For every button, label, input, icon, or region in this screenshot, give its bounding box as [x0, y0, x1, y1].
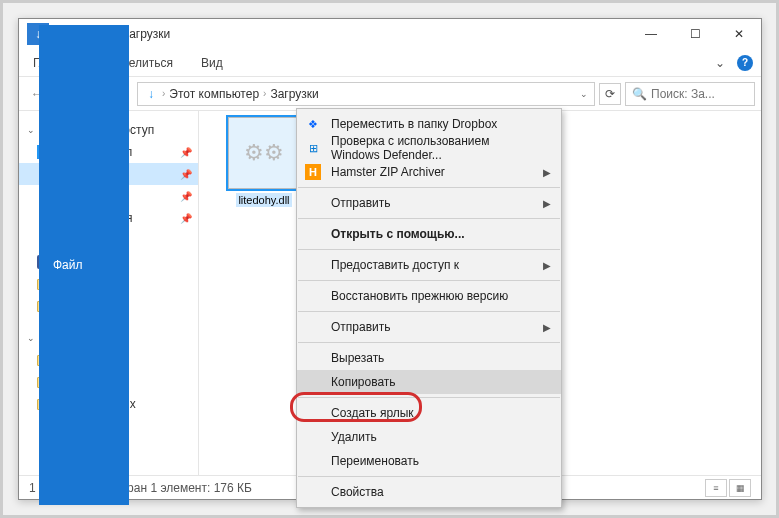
expand-icon: ⌄: [27, 125, 37, 135]
context-item[interactable]: Удалить: [297, 425, 561, 449]
pin-icon: 📌: [180, 191, 192, 202]
context-separator: [298, 311, 560, 312]
context-label: Удалить: [331, 430, 377, 444]
context-item[interactable]: Открыть с помощью...: [297, 222, 561, 246]
pin-icon: 📌: [180, 147, 192, 158]
file-name: litedohy.dll: [236, 193, 291, 207]
ribbon-expand-icon[interactable]: ⌄: [711, 54, 729, 72]
context-item[interactable]: Копировать: [297, 370, 561, 394]
context-label: Создать ярлык: [331, 406, 414, 420]
context-label: Вырезать: [331, 351, 384, 365]
context-item[interactable]: Предоставить доступ к▶: [297, 253, 561, 277]
context-item[interactable]: Создать ярлык: [297, 401, 561, 425]
maximize-button[interactable]: ☐: [673, 19, 717, 49]
submenu-arrow-icon: ▶: [543, 167, 551, 178]
context-label: Открыть с помощью...: [331, 227, 465, 241]
submenu-arrow-icon: ▶: [543, 322, 551, 333]
context-label: Восстановить прежнюю версию: [331, 289, 508, 303]
context-separator: [298, 249, 560, 250]
titlebar: ↓ ▼ ▾ Загрузки — ☐ ✕: [19, 19, 761, 49]
search-input[interactable]: [651, 87, 741, 101]
context-separator: [298, 397, 560, 398]
address-bar[interactable]: ↓ › Этот компьютер › Загрузки ⌄: [137, 82, 595, 106]
context-label: Отправить: [331, 196, 391, 210]
view-icons-button[interactable]: ▦: [729, 479, 751, 497]
breadcrumb-root[interactable]: Этот компьютер: [169, 87, 259, 101]
context-item[interactable]: Вырезать: [297, 346, 561, 370]
chevron-right-icon: ›: [162, 88, 165, 99]
pin-icon: 📌: [180, 169, 192, 180]
context-item[interactable]: HHamster ZIP Archiver▶: [297, 160, 561, 184]
context-label: Отправить: [331, 320, 391, 334]
expand-icon: ⌄: [27, 333, 37, 343]
submenu-arrow-icon: ▶: [543, 198, 551, 209]
tab-view[interactable]: Вид: [187, 49, 237, 76]
context-separator: [298, 187, 560, 188]
address-dropdown-icon[interactable]: ⌄: [580, 89, 588, 99]
view-details-button[interactable]: ≡: [705, 479, 727, 497]
context-label: Копировать: [331, 375, 396, 389]
search-icon: 🔍: [632, 87, 647, 101]
chevron-right-icon: ›: [263, 88, 266, 99]
context-label: Переместить в папку Dropbox: [331, 117, 497, 131]
context-item[interactable]: Восстановить прежнюю версию: [297, 284, 561, 308]
context-item[interactable]: Переименовать: [297, 449, 561, 473]
window-title: Загрузки: [122, 27, 170, 41]
tab-file[interactable]: Файл: [39, 25, 129, 505]
context-label: Переименовать: [331, 454, 419, 468]
context-separator: [298, 476, 560, 477]
search-box[interactable]: 🔍: [625, 82, 755, 106]
context-item[interactable]: ⊞Проверка с использованием Windows Defen…: [297, 136, 561, 160]
context-label: Предоставить доступ к: [331, 258, 459, 272]
dll-gears-icon: ⚙⚙: [244, 140, 284, 166]
context-item[interactable]: ❖Переместить в папку Dropbox: [297, 112, 561, 136]
context-item[interactable]: Отправить▶: [297, 315, 561, 339]
context-label: Hamster ZIP Archiver: [331, 165, 445, 179]
minimize-button[interactable]: —: [629, 19, 673, 49]
nav-row: ← → ▾ ↑ ↓ › Этот компьютер › Загрузки ⌄ …: [19, 77, 761, 111]
context-item[interactable]: Отправить▶: [297, 191, 561, 215]
context-label: Проверка с использованием Windows Defend…: [331, 134, 533, 162]
ribbon-tabs: Файл Главная Поделиться Вид ⌄ ?: [19, 49, 761, 77]
context-separator: [298, 280, 560, 281]
context-item[interactable]: Свойства: [297, 480, 561, 504]
refresh-button[interactable]: ⟳: [599, 83, 621, 105]
close-button[interactable]: ✕: [717, 19, 761, 49]
breadcrumb-current[interactable]: Загрузки: [270, 87, 318, 101]
help-icon[interactable]: ?: [737, 55, 753, 71]
context-label: Свойства: [331, 485, 384, 499]
pin-icon: 📌: [180, 213, 192, 224]
context-menu: ❖Переместить в папку Dropbox⊞Проверка с …: [296, 108, 562, 508]
submenu-arrow-icon: ▶: [543, 260, 551, 271]
context-separator: [298, 342, 560, 343]
location-icon: ↓: [144, 87, 158, 101]
file-thumbnail: ⚙⚙: [228, 117, 300, 189]
context-separator: [298, 218, 560, 219]
